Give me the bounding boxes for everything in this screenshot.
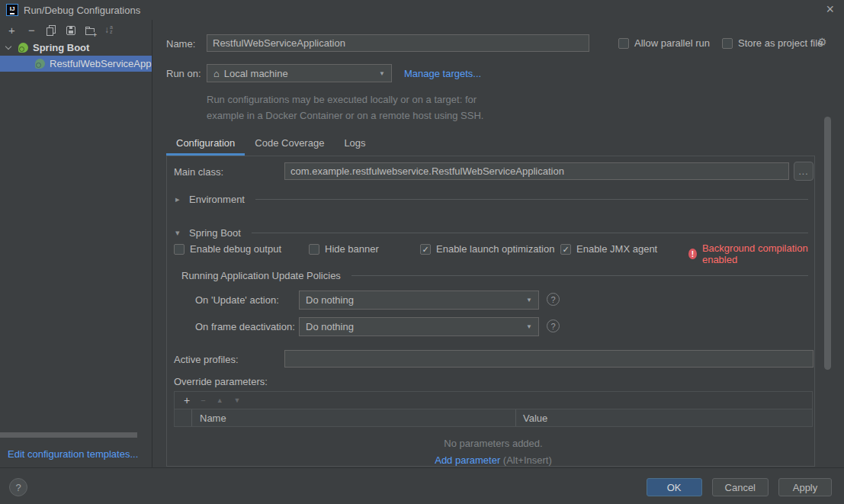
allow-parallel-run-checkbox[interactable]: Allow parallel run <box>618 37 710 49</box>
home-icon: ⌂ <box>213 68 220 79</box>
sort-configurations-icon[interactable]: ↓ az <box>104 25 113 34</box>
enable-debug-output-label: Enable debug output <box>190 243 281 255</box>
store-as-project-file-checkbox[interactable]: Store as project file <box>722 37 823 49</box>
configurations-sidebar: + − + ↓ az Spring Boot RestfulWebService… <box>0 20 152 467</box>
on-frame-deactivation-value: Do nothing <box>306 321 354 332</box>
chevron-down-icon: ▼ <box>526 323 532 330</box>
empty-table-text: No parameters added. <box>174 438 813 449</box>
new-folder-icon[interactable]: + <box>85 28 95 35</box>
move-up-icon[interactable]: ▲ <box>217 396 223 404</box>
checkbox-unchecked-icon <box>618 38 629 49</box>
checkbox-unchecked-icon <box>174 244 185 255</box>
add-parameter-row: Add parameter (Alt+Insert) <box>174 454 813 466</box>
sidebar-item-spring-boot-group[interactable]: Spring Boot <box>0 40 152 56</box>
on-frame-deactivation-label: On frame deactivation: <box>195 321 295 332</box>
parameters-table-body: No parameters added. Add parameter (Alt+… <box>174 427 813 467</box>
run-on-label: Run on: <box>166 68 201 79</box>
enable-debug-output-checkbox[interactable]: Enable debug output <box>174 243 281 255</box>
update-policies-section-label: Running Application Update Policies <box>181 270 341 281</box>
help-icon[interactable]: ? <box>547 319 560 332</box>
chevron-down-icon: ▼ <box>526 297 532 303</box>
spring-boot-icon <box>18 43 28 53</box>
on-update-action-select[interactable]: Do nothing ▼ <box>299 291 539 310</box>
edit-configuration-templates-link[interactable]: Edit configuration templates... <box>8 448 138 460</box>
main-class-label: Main class: <box>174 166 223 178</box>
row-handle-column <box>175 409 192 426</box>
apply-button[interactable]: Apply <box>778 478 832 496</box>
spring-boot-icon <box>35 59 45 69</box>
active-profiles-input[interactable] <box>284 350 814 368</box>
environment-section-label: Environment <box>189 194 245 205</box>
cancel-button[interactable]: Cancel <box>712 478 769 496</box>
tree-item-label: RestfulWebServiceApplication <box>50 58 152 69</box>
remove-parameter-icon[interactable]: − <box>201 396 205 405</box>
on-frame-deactivation-select[interactable]: Do nothing ▼ <box>299 317 539 336</box>
checkbox-checked-icon: ✓ <box>560 244 571 255</box>
environment-section-header[interactable]: ▸ Environment <box>175 193 808 205</box>
checkbox-unchecked-icon <box>722 38 733 49</box>
active-profiles-label: Active profiles: <box>174 354 239 365</box>
chevron-expanded-icon[interactable] <box>5 43 11 50</box>
tab-logs[interactable]: Logs <box>334 133 375 156</box>
tab-configuration[interactable]: Configuration <box>166 133 245 156</box>
enable-jmx-agent-checkbox[interactable]: ✓ Enable JMX agent <box>560 243 657 255</box>
parameters-table-toolbar: + − ▲ ▼ <box>174 391 813 409</box>
allow-parallel-run-label: Allow parallel run <box>634 37 710 49</box>
intellij-logo-icon: IJ <box>6 4 18 16</box>
enable-launch-optimization-checkbox[interactable]: ✓ Enable launch optimization <box>420 243 554 255</box>
enable-jmx-agent-label: Enable JMX agent <box>576 243 657 255</box>
on-update-action-value: Do nothing <box>306 294 354 306</box>
add-configuration-icon[interactable]: + <box>7 25 17 35</box>
hide-banner-label: Hide banner <box>325 243 379 255</box>
spring-boot-section-label: Spring Boot <box>189 227 241 239</box>
remove-configuration-icon[interactable]: − <box>27 25 37 35</box>
tree-group-label: Spring Boot <box>33 42 89 53</box>
gear-icon[interactable]: ⚙ <box>817 36 827 48</box>
add-parameter-link[interactable]: Add parameter <box>435 454 500 466</box>
spring-boot-section-header[interactable]: ▾ Spring Boot <box>175 226 808 239</box>
run-on-select[interactable]: ⌂ Local machine ▼ <box>207 64 392 82</box>
checkbox-checked-icon: ✓ <box>420 244 431 255</box>
manage-targets-link[interactable]: Manage targets... <box>404 68 481 79</box>
update-policies-section-header: Running Application Update Policies <box>181 269 808 281</box>
title-bar: IJ Run/Debug Configurations × <box>0 0 844 20</box>
section-divider <box>252 233 808 233</box>
override-parameters-label: Override parameters: <box>174 376 268 387</box>
section-divider <box>351 275 808 276</box>
move-down-icon[interactable]: ▼ <box>234 396 241 404</box>
background-compilation-warning: ! Background compilation enabled <box>688 242 814 265</box>
on-update-action-label: On 'Update' action: <box>195 294 279 306</box>
main-class-input[interactable] <box>284 162 789 180</box>
save-configuration-icon[interactable] <box>66 26 75 35</box>
add-parameter-shortcut: (Alt+Insert) <box>503 454 552 466</box>
close-icon[interactable]: × <box>826 2 834 18</box>
run-on-value: Local machine <box>224 68 288 79</box>
error-icon: ! <box>688 249 697 259</box>
name-label: Name: <box>166 38 195 50</box>
footer-buttons: OK Cancel Apply <box>647 478 832 496</box>
warning-text: Background compilation enabled <box>702 242 814 265</box>
window-title: Run/Debug Configurations <box>24 5 140 16</box>
hide-banner-checkbox[interactable]: Hide banner <box>309 243 379 255</box>
run-on-hint: Run configurations may be executed local… <box>207 91 483 124</box>
tab-code-coverage[interactable]: Code Coverage <box>245 133 334 156</box>
checkbox-unchecked-icon <box>309 244 319 255</box>
vertical-scrollbar[interactable] <box>824 117 831 370</box>
help-button[interactable]: ? <box>9 478 27 496</box>
section-divider <box>255 199 808 200</box>
name-input[interactable] <box>207 34 589 52</box>
browse-main-class-button[interactable]: ... <box>794 162 814 181</box>
sidebar-item-restfulwebserviceapplication[interactable]: RestfulWebServiceApplication <box>0 56 152 72</box>
chevron-down-icon: ▾ <box>175 228 183 238</box>
sidebar-toolbar: + − + ↓ az <box>0 20 152 40</box>
chevron-down-icon: ▼ <box>379 70 385 77</box>
copy-configuration-icon[interactable] <box>47 25 56 35</box>
enable-launch-optimization-label: Enable launch optimization <box>436 243 554 255</box>
help-icon[interactable]: ? <box>547 293 560 306</box>
tab-bar: Configuration Code Coverage Logs <box>166 133 376 156</box>
configuration-editor: Name: Allow parallel run Store as projec… <box>152 20 844 467</box>
sidebar-horizontal-scrollbar[interactable] <box>0 432 137 438</box>
dialog-footer: ? OK Cancel Apply <box>0 467 844 504</box>
ok-button[interactable]: OK <box>647 478 702 496</box>
add-parameter-icon[interactable]: + <box>184 394 190 406</box>
